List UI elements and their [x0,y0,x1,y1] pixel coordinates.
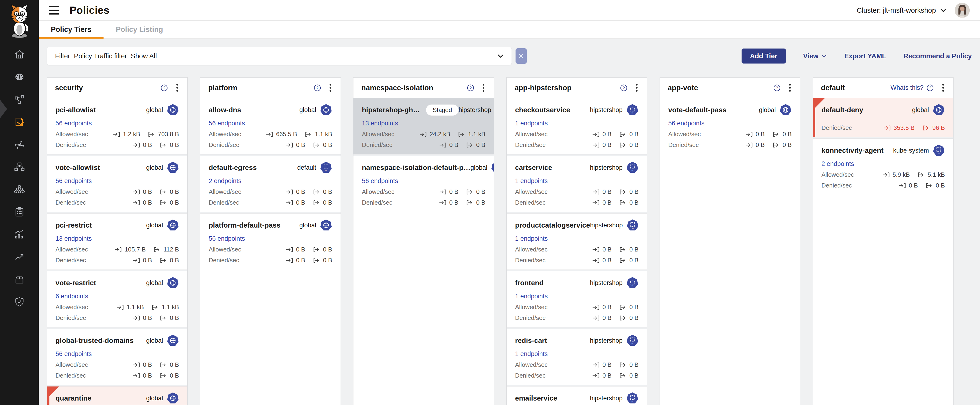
ingress-value: 0 B [296,199,305,206]
endpoints-link[interactable]: 56 endpoints [209,235,245,242]
sidebar-item-network-tree[interactable] [0,156,39,178]
policy-card[interactable]: pci-allowlist global 56 endpoints Allowe… [47,98,188,154]
chevron-down-icon [822,54,827,57]
whats-this-link[interactable]: ? [158,84,168,92]
policy-name: quarantine [56,394,91,402]
policy-card[interactable]: allow-dns global 56 endpoints Allowed/se… [200,98,340,154]
endpoints-link[interactable]: 2 endpoints [821,160,854,167]
endpoints-link[interactable]: 2 endpoints [209,177,242,185]
policy-card[interactable]: konnectivity-agent kube-system ns 2 endp… [813,139,953,195]
ingress-value: 1.1 kB [127,303,144,311]
tab-policy-listing[interactable]: Policy Listing [103,21,175,38]
policy-card[interactable]: default-deny global Denied/sec353.5 B96 … [813,98,953,137]
calico-logo[interactable] [0,0,39,40]
whats-this-link[interactable]: ? [770,84,781,92]
whats-this-link[interactable]: ? [617,84,627,92]
view-menu-button[interactable]: View [803,52,827,60]
whats-this-link[interactable]: Whats this? ? [891,84,934,92]
sidebar-notch [0,100,7,118]
add-tier-button[interactable]: Add Tier [741,48,786,64]
tier-menu-button[interactable] [175,83,180,93]
endpoints-link[interactable]: 56 endpoints [56,351,92,358]
policy-card[interactable]: pci-restrict global 13 endpoints Allowed… [47,214,188,269]
endpoints-link[interactable]: 1 endpoints [515,177,548,185]
policy-card[interactable]: cartservice hipstershop ns 1 endpoints A… [507,156,647,212]
ingress-metric: 0 B [132,257,152,264]
user-avatar[interactable] [955,3,970,18]
endpoints-link[interactable]: 13 endpoints [56,235,92,242]
endpoints-link[interactable]: 56 endpoints [362,177,398,185]
policy-scope-label: hipstershop [590,164,626,171]
egress-metric: 0 B [619,314,638,322]
policy-card[interactable]: frontend hipstershop ns 1 endpoints Allo… [507,271,647,327]
egress-icon [466,200,474,206]
metric-row: Denied/sec0 B0 B [56,199,179,206]
policy-card[interactable]: redis-cart hipstershop ns 1 endpoints Al… [507,329,647,385]
metric-label: Allowed/sec [56,361,88,368]
metric-label: Denied/sec [515,199,546,206]
whats-this-link[interactable]: ? [311,84,321,92]
ingress-metric: 0 B [439,141,458,148]
ingress-value: 0 B [143,361,152,368]
endpoints-link[interactable]: 56 endpoints [209,120,245,127]
ingress-metric: 1.2 kB [113,131,140,138]
policy-card[interactable]: global-trusted-domains global 56 endpoin… [47,329,188,385]
sidebar-item-compliance[interactable] [0,201,39,223]
endpoints-link[interactable]: 1 endpoints [515,351,548,358]
sidebar-item-security[interactable] [0,291,39,313]
endpoints-link[interactable]: 13 endpoints [362,120,398,127]
recommend-policy-button[interactable]: Recommend a Policy [904,52,972,60]
sidebar-item-packages[interactable] [0,268,39,291]
tier-menu-button[interactable] [481,83,486,93]
tier-menu-button[interactable] [635,83,639,93]
ingress-value: 24.2 kB [430,131,450,138]
sidebar-item-flow-graph[interactable] [0,133,39,156]
endpoints-link[interactable]: 1 endpoints [515,293,548,300]
policy-name: pci-restrict [56,221,92,229]
sidebar-item-dashboard[interactable] [0,65,39,88]
policy-card[interactable]: productcatalogservice hipstershop ns 1 e… [507,214,647,269]
egress-value: 0 B [323,141,332,148]
policy-name: productcatalogservice [515,221,590,229]
endpoints-link[interactable]: 6 endpoints [56,293,88,300]
policy-card[interactable]: quarantine global 0 endpoints [47,386,188,405]
policy-scope-label: hipstershop [590,395,626,402]
clear-filter-button[interactable]: ✕ [515,48,527,64]
whats-this-link[interactable]: ? [464,84,474,92]
egress-value: 0 B [629,372,638,379]
policy-filter-select[interactable]: Filter: Policy Traffic filter: Show All [47,47,512,65]
policy-card[interactable]: vote-default-pass global 56 endpoints Al… [660,98,800,154]
endpoints-link[interactable]: 1 endpoints [515,120,548,127]
policy-card[interactable]: vote-allowlist global 56 endpoints Allow… [47,156,188,212]
policy-card[interactable]: checkoutservice hipstershop ns 1 endpoin… [507,98,647,154]
policy-card[interactable]: vote-restrict global 6 endpoints Allowed… [47,271,188,327]
policy-scope-label: hipstershop [590,107,626,114]
ingress-metric: 5.9 kB [882,171,910,179]
tab-policy-tiers[interactable]: Policy Tiers [39,21,103,38]
policy-card[interactable]: emailservice hipstershop ns 1 endpoints … [507,386,647,405]
tier-menu-button[interactable] [328,83,332,93]
ingress-metric: 24.2 kB [419,131,450,138]
endpoints-link[interactable]: 1 endpoints [515,235,548,242]
policy-card[interactable]: namespace-isolation-default-p… global 56… [353,156,494,212]
policy-card[interactable]: default-egress default ns 2 endpoints Al… [200,156,340,212]
global-badge-icon [167,104,179,116]
ingress-metric: 0 B [439,188,458,196]
tier-menu-button[interactable] [788,83,792,93]
menu-toggle-button[interactable] [49,6,59,14]
metric-row: Allowed/sec0 B0 B [515,131,638,138]
sidebar-item-home[interactable] [0,43,39,65]
endpoints-link[interactable]: 56 endpoints [668,120,705,127]
endpoints-link[interactable]: 56 endpoints [56,177,92,185]
tier-menu-button[interactable] [941,83,945,93]
endpoints-link[interactable]: 56 endpoints [56,120,92,127]
egress-metric: 0 B [313,188,332,196]
policy-card[interactable]: hipstershop-gh… Staged hipstershop ns 13… [353,98,494,154]
policy-card[interactable]: platform-default-pass global 56 endpoint… [200,214,340,269]
cluster-selector[interactable]: Cluster: jlt-msft-workshop [857,6,946,14]
sidebar-item-stats[interactable] [0,223,39,246]
sidebar-item-cluster-nodes[interactable] [0,178,39,201]
sidebar-item-trends[interactable] [0,246,39,268]
export-yaml-button[interactable]: Export YAML [844,52,886,60]
tier-column: platform ? allow-dns global 56 endpoints… [200,77,341,405]
